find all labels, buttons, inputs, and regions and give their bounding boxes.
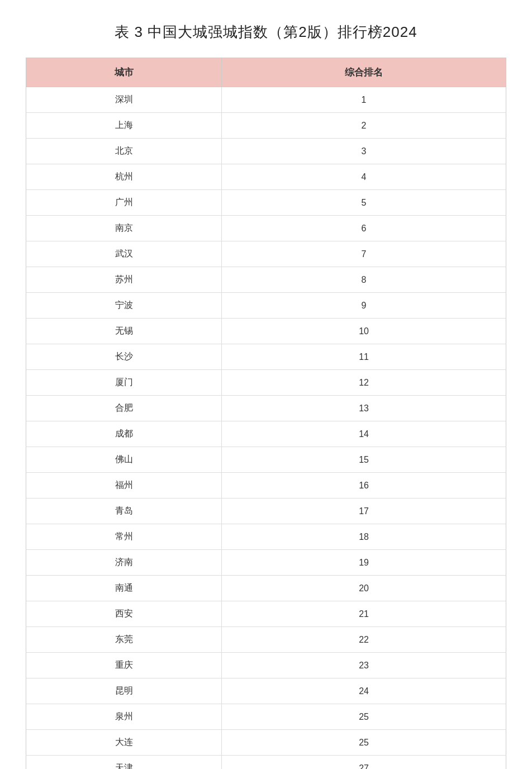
rank-cell: 27 (222, 756, 506, 770)
rank-cell: 20 (222, 576, 506, 601)
table-row: 成都14 (26, 421, 506, 447)
rank-cell: 10 (222, 319, 506, 344)
rank-cell: 18 (222, 524, 506, 550)
rank-cell: 16 (222, 473, 506, 499)
table-row: 天津27 (26, 756, 506, 770)
city-cell: 佛山 (26, 447, 222, 473)
rank-cell: 11 (222, 344, 506, 370)
city-cell: 深圳 (26, 87, 222, 113)
rank-cell: 25 (222, 704, 506, 730)
rank-cell: 24 (222, 678, 506, 704)
city-cell: 福州 (26, 473, 222, 499)
table-row: 大连25 (26, 730, 506, 756)
city-cell: 泉州 (26, 704, 222, 730)
city-cell: 常州 (26, 524, 222, 550)
city-cell: 苏州 (26, 267, 222, 293)
rank-cell: 25 (222, 730, 506, 756)
rank-cell: 3 (222, 139, 506, 164)
table-row: 常州18 (26, 524, 506, 550)
city-cell: 宁波 (26, 293, 222, 319)
rank-cell: 17 (222, 499, 506, 524)
rank-cell: 9 (222, 293, 506, 319)
rank-cell: 5 (222, 190, 506, 216)
col-city-header: 城市 (26, 58, 222, 87)
rank-cell: 14 (222, 421, 506, 447)
city-cell: 武汉 (26, 241, 222, 267)
table-row: 厦门12 (26, 370, 506, 396)
city-cell: 合肥 (26, 396, 222, 421)
rank-cell: 15 (222, 447, 506, 473)
rank-cell: 2 (222, 113, 506, 139)
table-row: 长沙11 (26, 344, 506, 370)
rank-cell: 8 (222, 267, 506, 293)
table-row: 广州5 (26, 190, 506, 216)
table-row: 深圳1 (26, 87, 506, 113)
city-cell: 济南 (26, 550, 222, 576)
city-cell: 厦门 (26, 370, 222, 396)
table-row: 西安21 (26, 601, 506, 627)
city-cell: 南京 (26, 216, 222, 241)
table-row: 上海2 (26, 113, 506, 139)
city-cell: 大连 (26, 730, 222, 756)
table-row: 青岛17 (26, 499, 506, 524)
table-row: 苏州8 (26, 267, 506, 293)
table-row: 重庆23 (26, 653, 506, 678)
city-cell: 杭州 (26, 164, 222, 190)
rank-cell: 13 (222, 396, 506, 421)
table-row: 福州16 (26, 473, 506, 499)
table-row: 无锡10 (26, 319, 506, 344)
table-body: 深圳1上海2北京3杭州4广州5南京6武汉7苏州8宁波9无锡10长沙11厦门12合… (26, 87, 506, 770)
city-cell: 南通 (26, 576, 222, 601)
table-row: 济南19 (26, 550, 506, 576)
rank-cell: 6 (222, 216, 506, 241)
table-row: 东莞22 (26, 627, 506, 653)
table-row: 杭州4 (26, 164, 506, 190)
city-cell: 青岛 (26, 499, 222, 524)
city-cell: 成都 (26, 421, 222, 447)
city-cell: 长沙 (26, 344, 222, 370)
table-row: 昆明24 (26, 678, 506, 704)
rank-cell: 23 (222, 653, 506, 678)
rank-cell: 4 (222, 164, 506, 190)
main-container: 表 3 中国大城强城指数（第2版）排行榜2024 城市 综合排名 深圳1上海2北… (26, 22, 506, 769)
table-row: 合肥13 (26, 396, 506, 421)
city-cell: 广州 (26, 190, 222, 216)
col-rank-header: 综合排名 (222, 58, 506, 87)
city-cell: 东莞 (26, 627, 222, 653)
city-cell: 天津 (26, 756, 222, 770)
rank-cell: 1 (222, 87, 506, 113)
table-row: 泉州25 (26, 704, 506, 730)
rank-cell: 7 (222, 241, 506, 267)
city-cell: 无锡 (26, 319, 222, 344)
page-title: 表 3 中国大城强城指数（第2版）排行榜2024 (26, 22, 506, 42)
city-cell: 西安 (26, 601, 222, 627)
rank-cell: 12 (222, 370, 506, 396)
table-row: 南京6 (26, 216, 506, 241)
city-cell: 重庆 (26, 653, 222, 678)
table-row: 武汉7 (26, 241, 506, 267)
table-row: 佛山15 (26, 447, 506, 473)
city-cell: 昆明 (26, 678, 222, 704)
rank-cell: 21 (222, 601, 506, 627)
table-row: 北京3 (26, 139, 506, 164)
rank-cell: 19 (222, 550, 506, 576)
city-cell: 上海 (26, 113, 222, 139)
table-row: 宁波9 (26, 293, 506, 319)
ranking-table: 城市 综合排名 深圳1上海2北京3杭州4广州5南京6武汉7苏州8宁波9无锡10长… (26, 58, 506, 769)
rank-cell: 22 (222, 627, 506, 653)
table-header-row: 城市 综合排名 (26, 58, 506, 87)
table-row: 南通20 (26, 576, 506, 601)
city-cell: 北京 (26, 139, 222, 164)
